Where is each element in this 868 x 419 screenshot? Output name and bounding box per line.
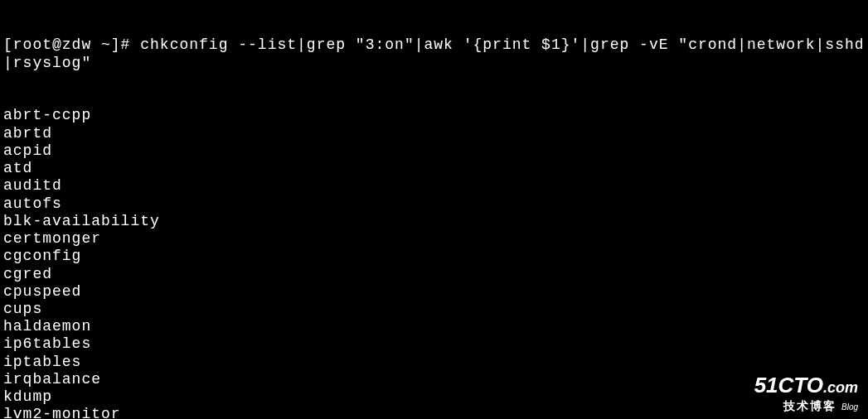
shell-prompt: [root@zdw ~]# <box>3 36 140 53</box>
service-line: haldaemon <box>3 318 865 335</box>
watermark-blog: Blog <box>841 402 858 412</box>
service-line: acpid <box>3 142 865 160</box>
watermark-tagline-row: 技术博客Blog <box>754 397 858 414</box>
service-line: cups <box>3 301 865 318</box>
service-line: autofs <box>3 195 865 213</box>
prompt-line: [root@zdw ~]# chkconfig --list|grep "3:o… <box>3 36 865 71</box>
service-line: iptables <box>3 354 865 371</box>
service-line: ip6tables <box>3 335 865 353</box>
service-line: kdump <box>3 388 865 406</box>
watermark-brand-suffix: .com <box>823 379 858 396</box>
watermark: 51CTO.com 技术博客Blog <box>754 374 858 414</box>
watermark-brand-main: 51CTO <box>754 373 823 397</box>
service-line: abrtd <box>3 125 865 142</box>
service-line: lvm2-monitor <box>3 406 865 419</box>
terminal-output[interactable]: [root@zdw ~]# chkconfig --list|grep "3:o… <box>0 0 868 419</box>
service-line: blk-availability <box>3 213 865 230</box>
watermark-tagline: 技术博客 <box>783 399 836 412</box>
service-line: irqbalance <box>3 371 865 388</box>
watermark-brand: 51CTO.com <box>754 374 858 397</box>
service-line: cpuspeed <box>3 283 865 301</box>
service-line: abrt-ccpp <box>3 107 865 124</box>
service-line: atd <box>3 160 865 177</box>
service-line: auditd <box>3 177 865 195</box>
service-line: cgconfig <box>3 248 865 265</box>
service-line: certmonger <box>3 230 865 248</box>
service-line: cgred <box>3 266 865 283</box>
